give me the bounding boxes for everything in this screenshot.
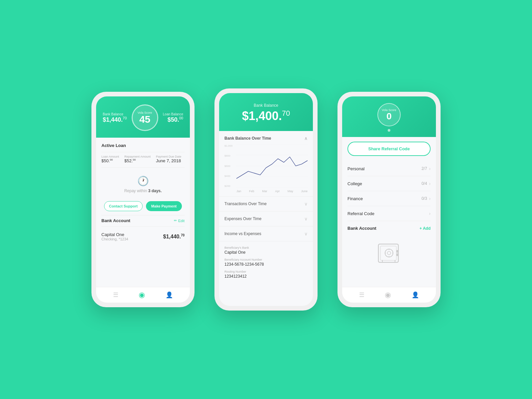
due-date-value: June 7, 2018 [156, 158, 181, 163]
bank-balance-value: $1,440.70 [163, 233, 185, 240]
phone-2: Bank Balance $1,400.70 Bank Balance Over… [214, 88, 318, 311]
nav-chart-icon[interactable]: ◉ [139, 291, 145, 299]
divider-2 [101, 167, 185, 168]
menu-item-college[interactable]: College 0/4 › [347, 176, 431, 191]
finance-right: 0/3 › [422, 196, 431, 201]
loan-balance-label: Loan Balance [163, 112, 183, 116]
phone-1: Bank Balance $1,440.70 Vola Score 45 Loa… [91, 92, 195, 307]
p3-nav-person-icon[interactable]: 👤 [412, 291, 419, 299]
y-axis-labels: $1,000 $800 $600 $400 $200 [224, 144, 236, 188]
loan-amount-item: Loan Amount $50.00 [101, 155, 119, 163]
repayment-amount-item: Repayment Amount $52.00 [124, 155, 151, 163]
edit-link[interactable]: ✏ Edit [174, 218, 185, 223]
chart-title: Bank Balance Over Time [224, 136, 271, 141]
action-buttons: Contact Support Make Payment [101, 201, 185, 211]
phone-3: Vola Score 0 Share Referral Code Persona… [337, 92, 441, 307]
account-number-label: Beneficiary Account Number [224, 258, 308, 261]
loan-balance-block: Loan Balance $50.00 [163, 112, 183, 123]
p2-balance-label: Bank Balance [226, 103, 306, 108]
phone-3-inner: Vola Score 0 Share Referral Code Persona… [342, 96, 436, 303]
chart-header: Bank Balance Over Time ∧ [224, 136, 308, 141]
bottom-nav-1: ☰ ◉ 👤 [96, 287, 190, 303]
bank-name: Capital One [101, 232, 128, 237]
divider-1 [101, 152, 185, 152]
accordion-income-arrow: ∨ [304, 231, 308, 236]
nav-person-icon[interactable]: 👤 [166, 291, 173, 299]
vola-score-value: 45 [139, 114, 150, 124]
share-referral-button[interactable]: Share Referral Code [347, 142, 431, 156]
phone-1-body: Active Loan Loan Amount $50.00 Repayment… [96, 138, 190, 267]
phone-1-header: Bank Balance $1,440.70 Vola Score 45 Loa… [96, 96, 190, 138]
svg-rect-5 [378, 244, 398, 262]
finance-label: Finance [347, 196, 363, 201]
bank-balance-block: Bank Balance $1,440.70 [103, 112, 127, 123]
phone-2-header: Bank Balance $1,400.70 [219, 93, 313, 131]
accordion-expenses[interactable]: Expenses Over Time ∨ [219, 211, 313, 226]
x-axis-labels: Jan Feb Mar Apr May June [224, 190, 308, 196]
bank-info-section: Beneficiary's Bank Capital One Beneficia… [219, 241, 313, 287]
loan-balance-amount: $50.00 [163, 116, 183, 123]
personal-right: 2/7 › [422, 166, 431, 171]
phone-1-inner: Bank Balance $1,440.70 Vola Score 45 Loa… [96, 96, 190, 303]
repayment-value: $52.00 [124, 158, 151, 163]
bank-account-header: Bank Account + Add [347, 221, 431, 234]
p2-balance-amount: $1,400.70 [226, 109, 306, 123]
loan-amount-label: Loan Amount [101, 155, 119, 158]
finance-count: 0/3 [422, 196, 427, 201]
beneficiary-bank-value: Capital One [224, 250, 308, 255]
accordion-transactions[interactable]: Transactions Over Time ∨ [219, 196, 313, 211]
chart-collapse-icon[interactable]: ∧ [304, 136, 308, 141]
bank-account-title: Bank Account [101, 218, 130, 223]
accordion-expenses-arrow: ∨ [304, 216, 308, 221]
phone-2-inner: Bank Balance $1,400.70 Bank Balance Over… [219, 93, 313, 306]
phone-2-body: Bank Balance Over Time ∧ $1,000 $800 $60… [219, 131, 313, 306]
college-chevron-icon: › [429, 181, 431, 186]
safe-icon-container [347, 234, 431, 274]
divider-4 [101, 226, 185, 227]
bank-balance-amount: $1,440.70 [103, 116, 127, 123]
finance-chevron-icon: › [429, 196, 431, 201]
loan-amount-value: $50.00 [101, 158, 119, 163]
p3-nav-chart-icon[interactable]: ◉ [385, 291, 391, 299]
p3-nav-list-icon[interactable]: ☰ [359, 291, 364, 299]
menu-item-personal[interactable]: Personal 2/7 › [347, 161, 431, 176]
personal-count: 2/7 [422, 166, 427, 171]
svg-point-8 [387, 251, 391, 255]
menu-item-finance[interactable]: Finance 0/3 › [347, 191, 431, 206]
make-payment-button[interactable]: Make Payment [146, 201, 182, 211]
nav-list-icon[interactable]: ☰ [113, 291, 118, 299]
accordion-expenses-label: Expenses Over Time [224, 216, 261, 221]
svg-point-7 [385, 249, 393, 257]
repay-text: Repay within 3 days. [101, 189, 185, 193]
accordion-transactions-arrow: ∨ [304, 201, 308, 206]
due-date-item: Payment Due Date June 7, 2018 [156, 155, 181, 163]
college-count: 0/4 [422, 181, 427, 186]
routing-label: Routing Number [224, 270, 308, 273]
clock-icon: 🕐 [101, 176, 185, 187]
college-label: College [347, 181, 362, 186]
active-loan-title: Active Loan [101, 143, 185, 148]
account-number-value: 1234-5678-1234-5678 [224, 262, 308, 267]
menu-item-referral-code[interactable]: Referral Code › [347, 206, 431, 221]
phone-3-body: Share Referral Code Personal 2/7 › Colle… [342, 137, 436, 294]
chart-area: $1,000 $800 $600 $400 $200 [224, 144, 308, 188]
phones-container: Bank Balance $1,440.70 Vola Score 45 Loa… [91, 88, 441, 311]
vola-score-label: Vola Score [138, 111, 152, 114]
add-bank-link[interactable]: + Add [420, 226, 431, 231]
repayment-label: Repayment Amount [124, 155, 151, 158]
referral-code-right: › [429, 211, 431, 216]
score-dot [388, 129, 390, 132]
routing-value: 1234123412 [224, 274, 308, 279]
svg-rect-13 [396, 250, 398, 253]
p3-vola-value: 0 [386, 112, 392, 121]
vola-score-circle: Vola Score 45 [132, 104, 158, 131]
repay-section: 🕐 Repay within 3 days. [101, 170, 185, 197]
p3-bank-account-title: Bank Account [347, 226, 376, 231]
bank-balance-label: Bank Balance [103, 112, 127, 116]
accordion-income[interactable]: Income vs Expenses ∨ [219, 226, 313, 241]
contact-support-button[interactable]: Contact Support [104, 201, 143, 211]
svg-rect-14 [396, 253, 398, 256]
referral-code-label: Referral Code [347, 211, 374, 216]
accordion-transactions-label: Transactions Over Time [224, 201, 267, 206]
bank-account-row: Bank Account ✏ Edit [101, 218, 185, 223]
